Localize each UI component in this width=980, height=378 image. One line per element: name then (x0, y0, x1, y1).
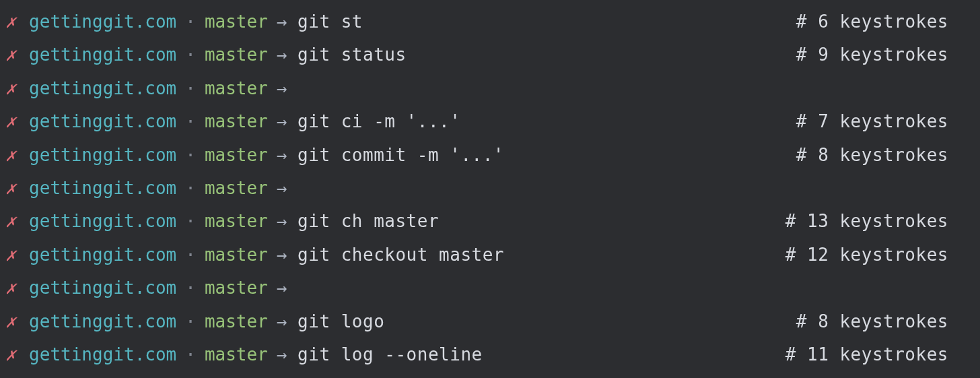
prompt-arrow-icon: → (277, 172, 287, 205)
prompt-directory: gettinggit.com (29, 105, 176, 138)
prompt-separator: · (185, 338, 196, 371)
prompt-separator: · (185, 5, 196, 38)
terminal-line: ✗gettinggit.com·master→ (5, 72, 975, 105)
prompt-branch: master (205, 38, 268, 71)
command-text: git checkout master (298, 239, 504, 272)
prompt-branch: master (205, 139, 268, 172)
terminal-line: ✗gettinggit.com·master→git commit -m '..… (5, 139, 975, 172)
prompt-separator: · (185, 72, 196, 105)
prompt-separator: · (185, 239, 196, 272)
prompt-arrow-icon: → (277, 5, 287, 38)
prompt-branch: master (205, 205, 268, 238)
prompt-arrow-icon: → (277, 338, 287, 371)
prompt-arrow-icon: → (277, 272, 287, 305)
prompt-branch: master (205, 239, 268, 272)
prompt-branch: master (205, 72, 268, 105)
prompt-directory: gettinggit.com (29, 305, 176, 338)
prompt-arrow-icon: → (277, 305, 287, 338)
prompt-branch: master (205, 105, 268, 138)
prompt-separator: · (185, 272, 196, 305)
keystroke-comment: # 9 keystrokes (761, 38, 975, 71)
prompt-branch: master (205, 5, 268, 38)
prompt-arrow-icon: → (277, 38, 287, 71)
keystroke-comment: # 6 keystrokes (761, 5, 975, 38)
command-text: git commit -m '...' (298, 139, 504, 172)
terminal-line: ✗gettinggit.com·master→git log --oneline… (5, 338, 975, 371)
terminal-line: ✗gettinggit.com·master→git status# 9 key… (5, 38, 975, 71)
prompt-directory: gettinggit.com (29, 139, 176, 172)
keystroke-comment: # 12 keystrokes (750, 239, 975, 272)
prompt-arrow-icon: → (277, 239, 287, 272)
prompt-status-icon: ✗ (5, 5, 23, 38)
prompt-branch: master (205, 172, 268, 205)
prompt-arrow-icon: → (277, 205, 287, 238)
prompt-branch: master (205, 272, 268, 305)
prompt-directory: gettinggit.com (29, 239, 176, 272)
keystroke-comment: # 7 keystrokes (761, 105, 975, 138)
terminal-line: ✗gettinggit.com·master→git ch master# 13… (5, 205, 975, 238)
keystroke-comment: # 13 keystrokes (750, 205, 975, 238)
terminal-line: ✗gettinggit.com·master→git st# 6 keystro… (5, 5, 975, 38)
prompt-directory: gettinggit.com (29, 172, 176, 205)
prompt-status-icon: ✗ (5, 105, 23, 138)
prompt-separator: · (185, 38, 196, 71)
prompt-arrow-icon: → (277, 72, 287, 105)
command-text: git ci -m '...' (298, 105, 460, 138)
prompt-separator: · (185, 205, 196, 238)
prompt-directory: gettinggit.com (29, 205, 176, 238)
prompt-directory: gettinggit.com (29, 272, 176, 305)
keystroke-comment: # 8 keystrokes (761, 139, 975, 172)
prompt-separator: · (185, 139, 196, 172)
terminal-line: ✗gettinggit.com·master→ (5, 272, 975, 305)
keystroke-comment: # 11 keystrokes (750, 338, 975, 371)
terminal-output: ✗gettinggit.com·master→git st# 6 keystro… (5, 5, 975, 371)
prompt-status-icon: ✗ (5, 38, 23, 71)
command-text: git ch master (298, 205, 439, 238)
prompt-branch: master (205, 338, 268, 371)
command-text: git st (298, 5, 363, 38)
prompt-status-icon: ✗ (5, 338, 23, 371)
command-text: git status (298, 38, 407, 71)
prompt-directory: gettinggit.com (29, 72, 176, 105)
prompt-status-icon: ✗ (5, 139, 23, 172)
prompt-status-icon: ✗ (5, 272, 23, 305)
prompt-branch: master (205, 305, 268, 338)
prompt-directory: gettinggit.com (29, 38, 176, 71)
prompt-separator: · (185, 172, 196, 205)
prompt-status-icon: ✗ (5, 239, 23, 272)
command-text: git logo (298, 305, 384, 338)
command-text: git log --oneline (298, 338, 483, 371)
prompt-status-icon: ✗ (5, 205, 23, 238)
prompt-status-icon: ✗ (5, 172, 23, 205)
prompt-separator: · (185, 305, 196, 338)
terminal-line: ✗gettinggit.com·master→git logo# 8 keyst… (5, 305, 975, 338)
prompt-directory: gettinggit.com (29, 338, 176, 371)
prompt-separator: · (185, 105, 196, 138)
terminal-line: ✗gettinggit.com·master→git ci -m '...'# … (5, 105, 975, 138)
keystroke-comment: # 8 keystrokes (761, 305, 975, 338)
prompt-directory: gettinggit.com (29, 5, 176, 38)
terminal-line: ✗gettinggit.com·master→git checkout mast… (5, 239, 975, 272)
prompt-status-icon: ✗ (5, 72, 23, 105)
terminal-line: ✗gettinggit.com·master→ (5, 172, 975, 205)
prompt-arrow-icon: → (277, 105, 287, 138)
prompt-status-icon: ✗ (5, 305, 23, 338)
prompt-arrow-icon: → (277, 139, 287, 172)
